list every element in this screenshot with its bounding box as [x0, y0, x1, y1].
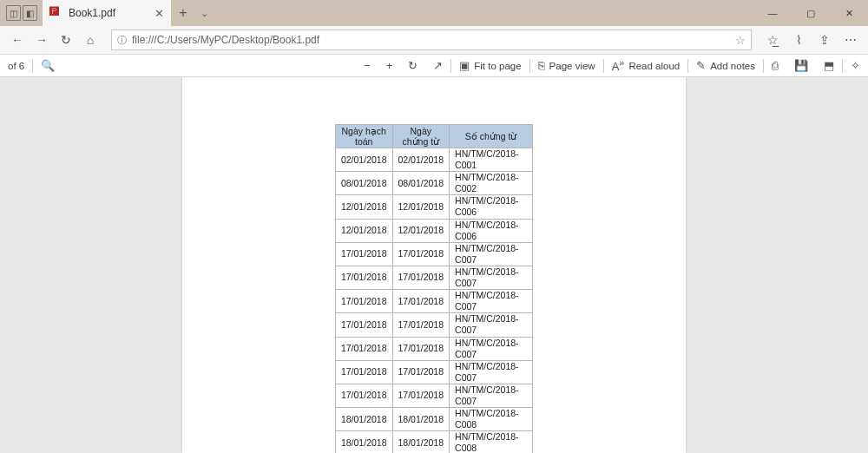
read-aloud-button[interactable]: A»Read aloud: [604, 55, 688, 76]
table-row: 17/01/201817/01/2018HN/TM/C/2018-C007: [335, 384, 532, 407]
cell: 12/01/2018: [335, 219, 392, 242]
add-notes-button[interactable]: ✎Add notes: [688, 55, 763, 76]
cell: HN/TM/C/2018-C008: [450, 408, 533, 431]
more-menu-icon[interactable]: ⋯: [838, 33, 863, 47]
browser-tab[interactable]: 🅿 Book1.pdf ✕: [43, 0, 171, 26]
print-icon: ⎙: [772, 59, 779, 72]
table-row: 17/01/201817/01/2018HN/TM/C/2018-C007: [335, 360, 532, 384]
cell: HN/TM/C/2018-C002: [450, 172, 533, 195]
col-header: Số chứng từ: [450, 125, 533, 148]
cell: 12/01/2018: [392, 195, 450, 219]
saveas-icon: ⬒: [824, 59, 834, 72]
cell: HN/TM/C/2018-C007: [450, 384, 533, 407]
cell: 18/01/2018: [392, 408, 450, 431]
home-button[interactable]: ⌂: [78, 28, 102, 52]
tab-aside-group: ◫ ◧: [0, 5, 37, 21]
url-text: file:///C:/Users/MyPC/Desktop/Book1.pdf: [132, 34, 319, 46]
cell: HN/TM/C/2018-C007: [450, 266, 533, 289]
cell: 12/01/2018: [392, 219, 450, 242]
close-tab-icon[interactable]: ✕: [155, 7, 164, 20]
print-button[interactable]: ⎙: [764, 55, 786, 76]
share-icon[interactable]: ⇪: [812, 33, 837, 47]
cell: 18/01/2018: [392, 431, 450, 453]
tabs-aside-icon[interactable]: ◫: [6, 5, 21, 21]
table-row: 17/01/201817/01/2018HN/TM/C/2018-C007: [335, 290, 532, 313]
cell: 18/01/2018: [335, 408, 392, 431]
rotate-icon: ↻: [408, 59, 418, 72]
pen-icon: ✎: [696, 59, 706, 72]
cell: HN/TM/C/2018-C007: [450, 337, 533, 360]
pdf-viewport[interactable]: Ngày hạch toán Ngày chứng từ Số chứng từ…: [0, 77, 868, 453]
expand-button[interactable]: ↗: [425, 55, 450, 76]
cell: 17/01/2018: [335, 384, 392, 407]
site-info-icon[interactable]: ⓘ: [117, 34, 127, 47]
cell: 08/01/2018: [392, 172, 450, 195]
close-window-button[interactable]: ✕: [830, 0, 868, 26]
data-table: Ngày hạch toán Ngày chứng từ Số chứng từ…: [335, 124, 533, 453]
cell: 02/01/2018: [392, 148, 450, 172]
cell: 18/01/2018: [335, 431, 392, 453]
pageview-icon: ⎘: [538, 59, 545, 72]
table-row: 12/01/201812/01/2018HN/TM/C/2018-C006: [335, 195, 532, 219]
reading-list-icon[interactable]: ⌇: [786, 33, 811, 47]
table-row: 17/01/201817/01/2018HN/TM/C/2018-C007: [335, 266, 532, 289]
page-view-button[interactable]: ⎘Page view: [530, 55, 603, 76]
pdf-file-icon: 🅿: [49, 6, 62, 20]
col-header: Ngày chứng từ: [392, 125, 450, 148]
back-button[interactable]: ←: [5, 28, 30, 52]
plus-icon: +: [386, 59, 393, 72]
cell: 17/01/2018: [392, 360, 450, 384]
cell: 17/01/2018: [392, 313, 450, 337]
pin-icon: ✧: [851, 59, 860, 72]
table-row: 17/01/201817/01/2018HN/TM/C/2018-C007: [335, 242, 532, 266]
favorite-star-icon[interactable]: ☆: [735, 34, 746, 47]
minimize-button[interactable]: —: [753, 0, 792, 26]
table-row: 08/01/201808/01/2018HN/TM/C/2018-C002: [335, 172, 532, 195]
cell: 08/01/2018: [335, 172, 392, 195]
cell: 17/01/2018: [335, 242, 392, 266]
cell: 17/01/2018: [392, 384, 450, 407]
fit-to-page-button[interactable]: ▣Fit to page: [451, 55, 529, 76]
zoom-in-button[interactable]: +: [378, 55, 401, 76]
saveas-button[interactable]: ⬒: [816, 55, 842, 76]
rotate-button[interactable]: ↻: [400, 55, 425, 76]
minus-icon: −: [364, 59, 371, 72]
pin-toolbar-button[interactable]: ✧: [843, 55, 868, 76]
table-header-row: Ngày hạch toán Ngày chứng từ Số chứng từ: [335, 125, 532, 148]
refresh-button[interactable]: ↻: [54, 28, 78, 52]
pdf-toolbar: of 6 🔍 − + ↻ ↗ ▣Fit to page ⎘Page view A…: [0, 55, 868, 77]
cell: HN/TM/C/2018-C007: [450, 242, 533, 266]
cell: 17/01/2018: [335, 337, 392, 360]
find-button[interactable]: 🔍: [33, 55, 62, 76]
url-input[interactable]: ⓘ file:///C:/Users/MyPC/Desktop/Book1.pd…: [111, 30, 752, 50]
cell: 17/01/2018: [392, 290, 450, 313]
cell: 17/01/2018: [335, 313, 392, 337]
page-indicator[interactable]: of 6: [0, 55, 32, 76]
col-header: Ngày hạch toán: [335, 125, 392, 148]
save-icon: 💾: [794, 59, 808, 72]
title-bar: ◫ ◧ 🅿 Book1.pdf ✕ + ⌄ — ▢ ✕: [0, 0, 868, 26]
tab-menu-chevron-icon[interactable]: ⌄: [195, 8, 213, 19]
cell: 17/01/2018: [392, 242, 450, 266]
save-button[interactable]: 💾: [786, 55, 816, 76]
zoom-out-button[interactable]: −: [356, 55, 378, 76]
cell: HN/TM/C/2018-C006: [450, 219, 533, 242]
new-tab-button[interactable]: +: [171, 5, 195, 21]
toolbar-right: ☆̲ ⌇ ⇪ ⋯: [757, 33, 863, 47]
cell: 02/01/2018: [335, 148, 392, 172]
table-row: 17/01/201817/01/2018HN/TM/C/2018-C007: [335, 313, 532, 337]
cell: 17/01/2018: [335, 266, 392, 289]
table-row: 18/01/201818/01/2018HN/TM/C/2018-C008: [335, 431, 532, 453]
forward-button[interactable]: →: [30, 28, 54, 52]
maximize-button[interactable]: ▢: [792, 0, 830, 26]
cell: HN/TM/C/2018-C007: [450, 360, 533, 384]
cell: HN/TM/C/2018-C008: [450, 431, 533, 453]
favorites-icon[interactable]: ☆̲: [760, 33, 785, 47]
table-row: 17/01/201817/01/2018HN/TM/C/2018-C007: [335, 337, 532, 360]
show-tabs-icon[interactable]: ◧: [23, 5, 37, 21]
address-bar: ← → ↻ ⌂ ⓘ file:///C:/Users/MyPC/Desktop/…: [0, 26, 868, 55]
cell: HN/TM/C/2018-C001: [450, 148, 533, 172]
cell: HN/TM/C/2018-C006: [450, 195, 533, 219]
table-row: 18/01/201818/01/2018HN/TM/C/2018-C008: [335, 408, 532, 431]
cell: HN/TM/C/2018-C007: [450, 290, 533, 313]
